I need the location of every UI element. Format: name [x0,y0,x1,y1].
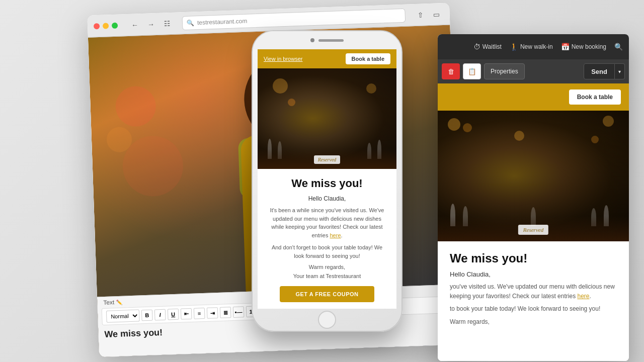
team-signature-phone: Your team at Testrestaurant [268,273,386,279]
walkin-icon: 🚶 [510,43,518,51]
phone-speaker [318,39,344,42]
send-dropdown-button[interactable]: ▾ [615,63,625,79]
warm-regards-phone: Warm regards, [268,264,386,270]
align-center-button[interactable]: ≡ [194,308,205,319]
waitlist-label: Waitlist [482,43,502,50]
body-text-1-phone: It's been a while since you've visited u… [268,206,386,239]
light-bokeh-right-3 [603,116,614,127]
book-table-button-phone[interactable]: Book a table [346,53,390,64]
light-bokeh-right-1 [448,118,460,131]
here-link-right[interactable]: here [577,293,589,300]
bokeh-light-1 [115,85,156,127]
align-left-button[interactable]: ⇤ [181,308,192,320]
browser-navigation: ← → ☷ [128,16,175,32]
miss-you-title-right: We miss you! [450,251,617,265]
phone-notch [253,31,401,49]
trash-icon: 🗑 [448,68,454,75]
here-link-phone[interactable]: here [330,232,341,238]
home-button[interactable] [318,311,336,329]
light-bokeh-right-2 [463,123,472,132]
new-booking-nav-item[interactable]: 📅 New booking [561,43,606,51]
properties-button[interactable]: Properties [484,63,525,79]
phone-home-area [253,309,401,331]
edit-icon: ✏️ [116,299,122,305]
right-table-scene: Reserved [518,225,548,234]
share-button[interactable]: ⇧ [413,8,428,22]
body-text-right: you've visited us. We've updated our men… [450,282,617,301]
email-header-bar: View in browser Book a table [258,49,396,68]
close-button-icon[interactable] [94,23,100,29]
waitlist-icon: ⏱ [473,43,480,51]
reserved-sign-right: Reserved [518,225,548,235]
restaurant-image-right: Reserved [438,111,629,241]
send-button[interactable]: Send [584,63,615,79]
text-label: Text [103,299,114,306]
restaurant-bokeh-3 [288,99,295,106]
search-icon: 🔍 [187,19,194,27]
right-browser-window: ⏱ Waitlist 🚶 New walk-in 📅 New booking 🔍… [438,34,629,361]
booking-label: New booking [572,43,606,50]
browser-action-buttons: ⇧ ▭ [413,7,444,22]
maximize-button-icon[interactable] [112,22,118,28]
back-button[interactable]: ← [128,17,142,32]
view-in-browser-link[interactable]: View in browser [264,56,302,62]
search-nav-item[interactable]: 🔍 [614,43,623,51]
book-table-button-right[interactable]: Book a table [569,89,621,105]
minimize-button-icon[interactable] [103,23,109,29]
waitlist-nav-item[interactable]: ⏱ Waitlist [473,43,502,51]
italic-button[interactable]: I [154,309,166,321]
forward-button[interactable]: → [144,17,158,31]
phone-shell: View in browser Book a table Reserved [252,30,403,332]
right-email-top-bar: Book a table [438,83,629,111]
copy-icon: 📋 [468,68,476,75]
traffic-lights [94,22,118,29]
bold-button[interactable]: B [141,310,153,321]
restaurant-image-phone: Reserved [258,68,396,169]
align-justify-button[interactable]: ≣ [220,307,231,318]
duplicate-button[interactable]: ▭ [429,7,444,22]
miss-you-title-phone: We miss you! [268,177,386,190]
body-text-2-phone: And don't forget to book your table toda… [268,243,386,260]
align-right-button[interactable]: ⇥ [207,307,218,319]
greeting-right: Hello Claudia, [450,270,617,278]
warm-regards-right: Warm regards, [450,317,617,327]
phone-screen: View in browser Book a table Reserved [258,49,396,309]
bullet-list-button[interactable]: •— [233,306,245,318]
reserved-sign-phone: Reserved [314,155,341,164]
body-text-2-right: to book your table today! We look forwar… [450,304,617,314]
light-bokeh-right-5 [514,131,524,141]
booking-icon: 📅 [561,43,570,51]
copy-button[interactable]: 📋 [463,63,481,79]
tabs-button[interactable]: ☷ [160,16,175,31]
walkin-label: New walk-in [520,43,553,50]
right-email-content: Book a table Reserved We miss yo [438,83,629,361]
underline-button[interactable]: U [168,309,179,320]
new-walkin-nav-item[interactable]: 🚶 New walk-in [510,43,553,51]
restaurant-bokeh-1 [273,78,288,94]
center-phone: View in browser Book a table Reserved [252,30,403,332]
front-camera [310,38,314,42]
format-select[interactable]: Normal [106,310,140,323]
right-top-bar: ⏱ Waitlist 🚶 New walk-in 📅 New booking 🔍 [438,34,629,59]
bokeh-light-3 [122,135,184,197]
right-email-body: We miss you! Hello Claudia, you've visit… [438,241,629,340]
url-text: testrestaurant.com [197,17,248,26]
restaurant-bokeh-2 [366,83,376,94]
search-icon-right: 🔍 [614,43,623,51]
address-bar[interactable]: 🔍 testrestaurant.com [182,8,406,30]
chevron-down-icon: ▾ [618,69,621,74]
email-body-phone: We miss you! Hello Claudia, It's been a … [258,169,396,309]
right-toolbar: 🗑 📋 Properties Send ▾ [438,59,629,83]
greeting-phone: Hello Claudia, [268,195,386,202]
free-coupon-button[interactable]: GET A FREE COUPON [280,286,375,302]
light-bokeh-right-4 [591,136,599,143]
delete-button[interactable]: 🗑 [442,63,460,79]
